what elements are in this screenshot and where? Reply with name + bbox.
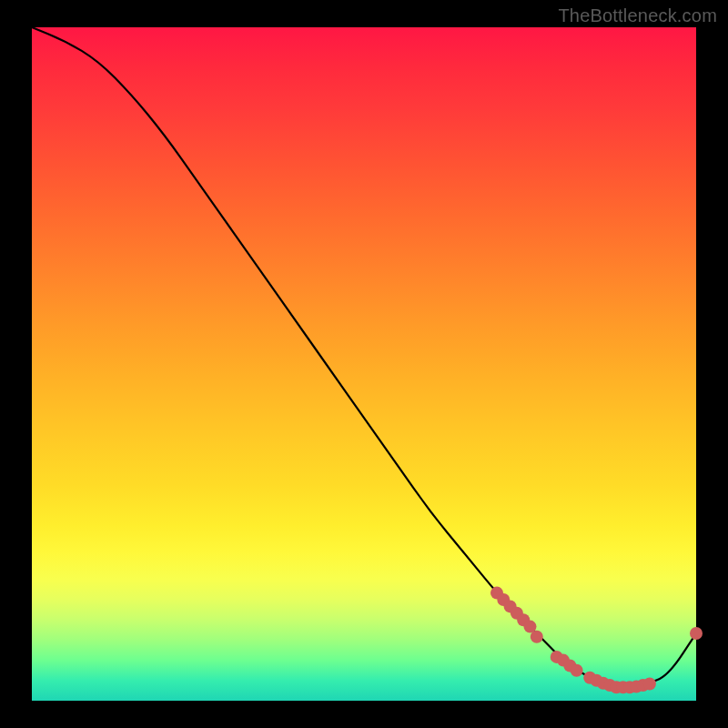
marker-point bbox=[643, 678, 656, 691]
chart-frame: TheBottleneck.com bbox=[0, 0, 728, 728]
marker-point bbox=[690, 627, 703, 640]
highlight-markers bbox=[490, 587, 703, 694]
plot-area bbox=[32, 27, 696, 701]
marker-point bbox=[571, 664, 583, 677]
marker-point bbox=[531, 631, 543, 643]
watermark-text: TheBottleneck.com bbox=[558, 5, 717, 26]
bottleneck-curve bbox=[32, 27, 696, 687]
chart-svg bbox=[32, 27, 696, 701]
